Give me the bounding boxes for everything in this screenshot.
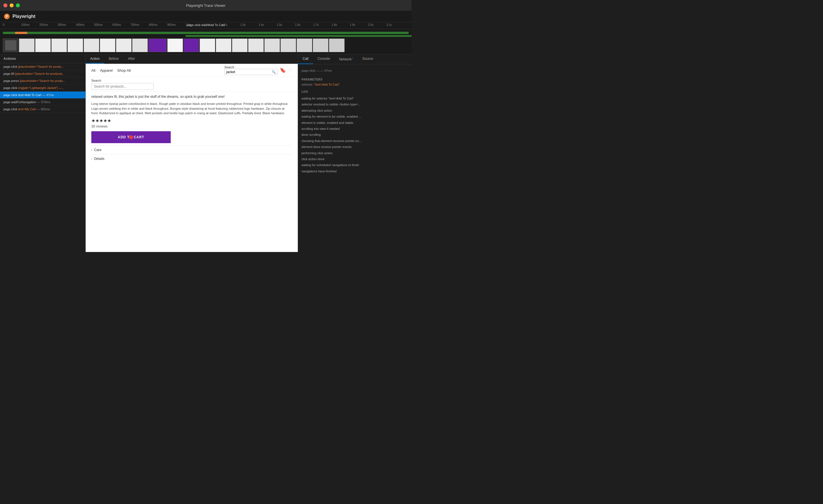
actions-panel: Actions page.click [placeholder="Search …: [0, 54, 86, 252]
ruler-mark-300: 300ms: [57, 23, 66, 26]
action-name-3: page.press: [3, 79, 20, 82]
timeline-tracks[interactable]: [0, 29, 412, 54]
screenshot-thumb-3[interactable]: [35, 39, 51, 52]
tab-source[interactable]: Source: [358, 54, 378, 64]
ruler-mark-20: 2.0s: [368, 23, 373, 26]
nav-link-apparel[interactable]: Apparel: [100, 68, 113, 72]
ruler-mark-200: 200ms: [39, 23, 48, 26]
care-label: Care: [94, 148, 102, 152]
ruler-mark-21: 2.1s: [386, 23, 392, 26]
search-input[interactable]: [226, 70, 272, 74]
action-item-2[interactable]: page.fill [placeholder="Search for produ…: [0, 70, 86, 77]
close-button[interactable]: [3, 3, 7, 7]
screenshot-thumb-8[interactable]: [116, 39, 132, 52]
action-selector-7: text=My Cart: [18, 107, 36, 111]
screenshot-thumb-7[interactable]: [100, 39, 116, 52]
action-time-6: — 978ms: [36, 100, 50, 104]
screenshot-thumb-10[interactable]: [167, 39, 183, 52]
screenshot-thumb-purple2[interactable]: [183, 39, 199, 52]
action-name-6: page.waitForNavigation: [3, 100, 36, 104]
log-item-9: element does receive pointer events: [298, 144, 412, 150]
right-panel: Call Console Network1 Source page.click …: [298, 54, 412, 252]
action-name-2: page.fill: [3, 72, 15, 75]
tab-action[interactable]: Action: [86, 54, 104, 63]
favorite-icon[interactable]: ♡: [288, 67, 292, 73]
screenshot-thumb-11[interactable]: [200, 39, 215, 52]
nav-link-all[interactable]: All: [91, 68, 95, 72]
screenshot-thumb-14[interactable]: [248, 39, 264, 52]
screenshot-thumb-13[interactable]: [232, 39, 248, 52]
ruler-mark-700: 700ms: [131, 23, 139, 26]
log-item-1: waiting for selector "text=Add To Cart": [298, 95, 412, 101]
wishlist-icon[interactable]: 🔖: [280, 67, 286, 73]
search-input-2[interactable]: [91, 83, 154, 90]
screenshot-thumb-2[interactable]: [19, 39, 35, 52]
timeline-track-main: [3, 32, 409, 34]
tab-network[interactable]: Network1: [335, 54, 358, 64]
action-item-4[interactable]: page.click img[alt="Lightweight Jacket"]…: [0, 84, 86, 91]
screenshot-thumb-15[interactable]: [264, 39, 280, 52]
window-title: Playwright Trace Viewer: [186, 3, 225, 8]
screenshots-row: [3, 39, 409, 53]
screenshot-thumb-6[interactable]: [84, 39, 99, 52]
tab-console[interactable]: Console: [313, 54, 335, 64]
log-item-13: navigations have finished: [298, 168, 412, 174]
log-item-11: click action done: [298, 156, 412, 162]
webpage-screenshot: All Apparel Shop All Search 🔍 �: [86, 64, 298, 252]
action-name-5: page.click: [3, 93, 18, 97]
window-controls[interactable]: [3, 3, 20, 7]
action-item-6[interactable]: page.waitForNavigation — 978ms: [0, 99, 86, 106]
timeline-ruler[interactable]: 0 100ms 200ms 300ms 400ms 500ms 600ms 70…: [0, 22, 412, 29]
log-item-2: selector resolved to visible <button typ…: [298, 101, 412, 107]
search-label-1: Search: [224, 65, 278, 69]
search-label-2: Search: [91, 79, 292, 82]
tab-before[interactable]: Before: [104, 54, 123, 63]
action-time-5: — 47ms: [41, 93, 54, 97]
care-accordion[interactable]: › Care: [91, 146, 292, 154]
screenshot-thumb-4[interactable]: [51, 39, 67, 52]
call-action-time: —: [316, 69, 320, 72]
ruler-mark-500: 500ms: [94, 23, 103, 26]
log-item-8: checking that element receives pointer e…: [298, 138, 412, 144]
screenshot-thumb-9[interactable]: [132, 39, 148, 52]
ruler-mark-17: 1.7s: [313, 23, 319, 26]
timeline-track-secondary: [185, 35, 412, 37]
tab-after[interactable]: After: [123, 54, 140, 63]
maximize-button[interactable]: [16, 3, 20, 7]
chevron-details-icon: ›: [91, 157, 93, 161]
log-section-label: LOG: [298, 89, 412, 94]
app-header: P Playwright: [0, 11, 412, 22]
minimize-button[interactable]: [10, 3, 14, 7]
screenshot-thumb-1[interactable]: [3, 39, 18, 52]
details-accordion[interactable]: › Details: [91, 154, 292, 163]
log-item-6: scrolling into view if needed: [298, 126, 412, 132]
screenshot-thumb-purple[interactable]: [148, 39, 167, 52]
add-to-cart-button[interactable]: ADD TO CART: [91, 131, 171, 143]
screenshot-thumb-17[interactable]: [297, 39, 312, 52]
action-item-3[interactable]: page.press [placeholder="Search for prod…: [0, 77, 86, 84]
titlebar: Playwright Trace Viewer: [0, 0, 412, 11]
log-item-10: performing click action: [298, 150, 412, 156]
action-item-1[interactable]: page.click [placeholder="Search for prod…: [0, 63, 86, 70]
network-badge: 1: [352, 57, 353, 59]
action-item-5[interactable]: page.click text=Add To Cart — 47ms: [0, 91, 86, 99]
screenshot-thumb-5[interactable]: [67, 39, 83, 52]
action-selector-4: img[alt="Lightweight Jacket"] —...: [18, 86, 64, 89]
param-key: selector:: [302, 83, 313, 86]
action-selector-2: [placeholder="Search for products...: [15, 72, 65, 75]
action-item-7[interactable]: page.click text=My Cart — 885ms: [0, 106, 86, 113]
ruler-mark-16: 1.6s: [295, 23, 300, 26]
tab-call[interactable]: Call: [298, 54, 313, 64]
call-info: page.click — — 47ms: [298, 67, 412, 77]
svg-text:P: P: [6, 14, 8, 18]
product-description-short: relaxed unisex fit, this jacket is just …: [91, 94, 292, 99]
action-name-4: page.click: [3, 86, 18, 89]
nav-link-shop-all[interactable]: Shop All: [117, 68, 131, 72]
screenshot-thumb-12[interactable]: [216, 39, 231, 52]
screenshot-thumb-18[interactable]: [313, 39, 328, 52]
action-selector-3: [placeholder="Search for produ...: [20, 79, 65, 82]
screenshot-thumb-16[interactable]: [281, 39, 296, 52]
screenshot-thumb-19[interactable]: [329, 39, 345, 52]
ruler-mark-0: 0: [3, 23, 5, 26]
log-item-3: attempting click action: [298, 108, 412, 114]
